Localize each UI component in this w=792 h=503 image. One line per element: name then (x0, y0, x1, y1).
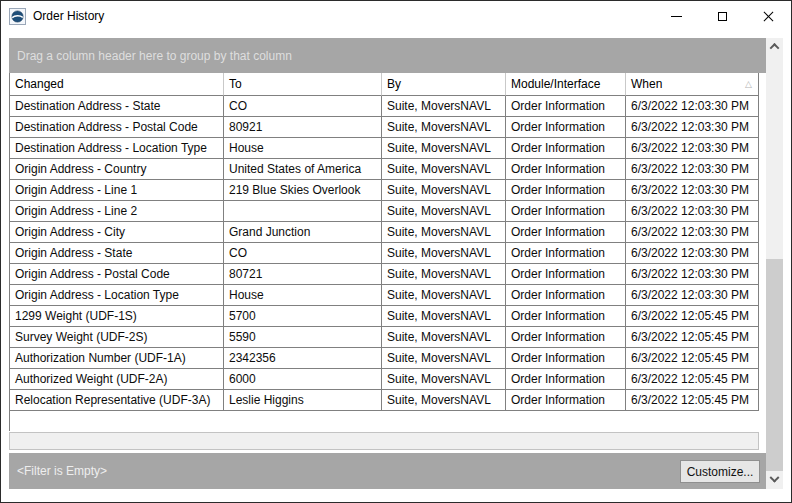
cell-module-interface[interactable]: Order Information (506, 369, 626, 390)
cell-when[interactable]: 6/3/2022 12:05:45 PM (626, 369, 759, 390)
cell-by[interactable]: Suite, MoversNAVL (382, 222, 506, 243)
column-header-when[interactable]: When △ (626, 73, 759, 96)
close-button[interactable] (745, 1, 791, 31)
cell-to[interactable]: 80921 (224, 117, 382, 138)
cell-by[interactable]: Suite, MoversNAVL (382, 159, 506, 180)
cell-module-interface[interactable]: Order Information (506, 390, 626, 411)
cell-changed[interactable]: Authorization Number (UDF-1A) (10, 348, 224, 369)
cell-to[interactable]: United States of America (224, 159, 382, 180)
cell-module-interface[interactable]: Order Information (506, 138, 626, 159)
cell-when[interactable]: 6/3/2022 12:05:45 PM (626, 306, 759, 327)
cell-changed[interactable]: Origin Address - State (10, 243, 224, 264)
table-row[interactable]: Relocation Representative (UDF-3A) Lesli… (10, 390, 759, 411)
scroll-up-button[interactable] (766, 38, 783, 55)
cell-by[interactable]: Suite, MoversNAVL (382, 390, 506, 411)
cell-when[interactable]: 6/3/2022 12:05:45 PM (626, 390, 759, 411)
column-header-module-interface[interactable]: Module/Interface (506, 73, 626, 96)
table-row[interactable]: Origin Address - Location Type House Sui… (10, 285, 759, 306)
cell-to[interactable]: Grand Junction (224, 222, 382, 243)
cell-by[interactable]: Suite, MoversNAVL (382, 285, 506, 306)
cell-to[interactable]: House (224, 138, 382, 159)
cell-changed[interactable]: Destination Address - State (10, 96, 224, 117)
cell-changed[interactable]: Origin Address - Postal Code (10, 264, 224, 285)
cell-by[interactable]: Suite, MoversNAVL (382, 138, 506, 159)
table-row[interactable]: Origin Address - City Grand Junction Sui… (10, 222, 759, 243)
cell-by[interactable]: Suite, MoversNAVL (382, 327, 506, 348)
cell-changed[interactable]: Origin Address - Line 1 (10, 180, 224, 201)
group-by-bar[interactable]: Drag a column header here to group by th… (9, 38, 766, 73)
table-row[interactable]: 1299 Weight (UDF-1S) 5700 Suite, MoversN… (10, 306, 759, 327)
cell-module-interface[interactable]: Order Information (506, 117, 626, 138)
cell-by[interactable]: Suite, MoversNAVL (382, 201, 506, 222)
cell-to[interactable] (224, 201, 382, 222)
cell-when[interactable]: 6/3/2022 12:03:30 PM (626, 243, 759, 264)
cell-module-interface[interactable]: Order Information (506, 306, 626, 327)
cell-when[interactable]: 6/3/2022 12:03:30 PM (626, 180, 759, 201)
table-row[interactable]: Survey Weight (UDF-2S) 5590 Suite, Mover… (10, 327, 759, 348)
cell-module-interface[interactable]: Order Information (506, 159, 626, 180)
cell-by[interactable]: Suite, MoversNAVL (382, 264, 506, 285)
scroll-down-button[interactable] (766, 472, 783, 489)
column-header-by[interactable]: By (382, 73, 506, 96)
cell-when[interactable]: 6/3/2022 12:03:30 PM (626, 138, 759, 159)
cell-module-interface[interactable]: Order Information (506, 201, 626, 222)
cell-changed[interactable]: Origin Address - City (10, 222, 224, 243)
cell-module-interface[interactable]: Order Information (506, 348, 626, 369)
cell-module-interface[interactable]: Order Information (506, 285, 626, 306)
cell-to[interactable]: 80721 (224, 264, 382, 285)
cell-when[interactable]: 6/3/2022 12:03:30 PM (626, 201, 759, 222)
column-header-changed[interactable]: Changed (10, 73, 224, 96)
cell-changed[interactable]: 1299 Weight (UDF-1S) (10, 306, 224, 327)
cell-to[interactable]: CO (224, 243, 382, 264)
cell-when[interactable]: 6/3/2022 12:03:30 PM (626, 285, 759, 306)
cell-when[interactable]: 6/3/2022 12:05:45 PM (626, 348, 759, 369)
cell-changed[interactable]: Destination Address - Location Type (10, 138, 224, 159)
cell-when[interactable]: 6/3/2022 12:03:30 PM (626, 264, 759, 285)
table-row[interactable]: Origin Address - State CO Suite, MoversN… (10, 243, 759, 264)
table-row[interactable]: Origin Address - Line 1 219 Blue Skies O… (10, 180, 759, 201)
cell-module-interface[interactable]: Order Information (506, 180, 626, 201)
cell-when[interactable]: 6/3/2022 12:03:30 PM (626, 117, 759, 138)
cell-when[interactable]: 6/3/2022 12:05:45 PM (626, 327, 759, 348)
horizontal-scrollbar[interactable] (9, 432, 759, 450)
cell-module-interface[interactable]: Order Information (506, 264, 626, 285)
cell-to[interactable]: 2342356 (224, 348, 382, 369)
cell-when[interactable]: 6/3/2022 12:03:30 PM (626, 96, 759, 117)
cell-module-interface[interactable]: Order Information (506, 327, 626, 348)
table-row[interactable]: Destination Address - State CO Suite, Mo… (10, 96, 759, 117)
maximize-button[interactable] (699, 1, 745, 31)
cell-when[interactable]: 6/3/2022 12:03:30 PM (626, 222, 759, 243)
cell-by[interactable]: Suite, MoversNAVL (382, 369, 506, 390)
table-row[interactable]: Origin Address - Country United States o… (10, 159, 759, 180)
table-row[interactable]: Origin Address - Line 2 Suite, MoversNAV… (10, 201, 759, 222)
cell-by[interactable]: Suite, MoversNAVL (382, 348, 506, 369)
cell-to[interactable]: House (224, 285, 382, 306)
cell-by[interactable]: Suite, MoversNAVL (382, 243, 506, 264)
cell-when[interactable]: 6/3/2022 12:03:30 PM (626, 159, 759, 180)
cell-to[interactable]: 219 Blue Skies Overlook (224, 180, 382, 201)
cell-changed[interactable]: Destination Address - Postal Code (10, 117, 224, 138)
cell-to[interactable]: CO (224, 96, 382, 117)
cell-module-interface[interactable]: Order Information (506, 222, 626, 243)
cell-to[interactable]: Leslie Higgins (224, 390, 382, 411)
cell-changed[interactable]: Authorized Weight (UDF-2A) (10, 369, 224, 390)
cell-changed[interactable]: Origin Address - Country (10, 159, 224, 180)
column-header-to[interactable]: To (224, 73, 382, 96)
cell-by[interactable]: Suite, MoversNAVL (382, 117, 506, 138)
cell-changed[interactable]: Origin Address - Line 2 (10, 201, 224, 222)
cell-module-interface[interactable]: Order Information (506, 96, 626, 117)
cell-changed[interactable]: Origin Address - Location Type (10, 285, 224, 306)
cell-to[interactable]: 5700 (224, 306, 382, 327)
table-row[interactable]: Origin Address - Postal Code 80721 Suite… (10, 264, 759, 285)
cell-by[interactable]: Suite, MoversNAVL (382, 306, 506, 327)
cell-to[interactable]: 6000 (224, 369, 382, 390)
table-row[interactable]: Destination Address - Postal Code 80921 … (10, 117, 759, 138)
table-row[interactable]: Authorized Weight (UDF-2A) 6000 Suite, M… (10, 369, 759, 390)
minimize-button[interactable] (653, 1, 699, 31)
cell-changed[interactable]: Survey Weight (UDF-2S) (10, 327, 224, 348)
table-row[interactable]: Destination Address - Location Type Hous… (10, 138, 759, 159)
cell-by[interactable]: Suite, MoversNAVL (382, 96, 506, 117)
table-row[interactable]: Authorization Number (UDF-1A) 2342356 Su… (10, 348, 759, 369)
cell-by[interactable]: Suite, MoversNAVL (382, 180, 506, 201)
cell-to[interactable]: 5590 (224, 327, 382, 348)
